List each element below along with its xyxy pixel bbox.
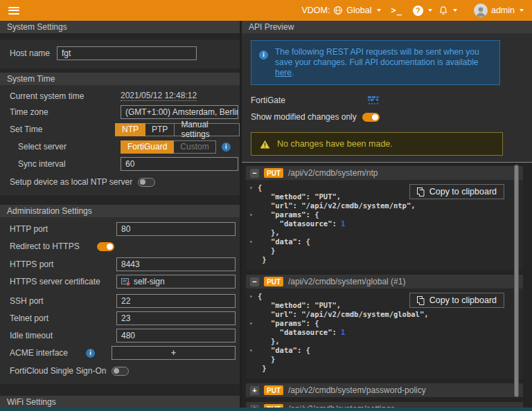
https-port-input[interactable]: [116, 257, 236, 271]
api-docs-link[interactable]: here: [275, 68, 292, 77]
code-line: ▾ "data": {: [249, 237, 517, 246]
api-request-list: − PUT /api/v2/cmdb/system/ntp ▾{ "method…: [244, 166, 525, 411]
request-body: ▾{ "method": "PUT", "url": "/api/v2/cmdb…: [246, 180, 523, 270]
api-path: /api/v2/cmdb/system/password-policy: [288, 385, 426, 395]
request-body: ▾{ "method": "PUT", "url": "/api/v2/cmdb…: [246, 289, 523, 378]
admin-label: admin: [491, 6, 515, 15]
http-method-badge: PUT: [264, 168, 283, 178]
code-line: ▾ "data": {: [249, 346, 517, 355]
redirect-https-label: Redirect to HTTPS: [10, 241, 97, 251]
api-request-header[interactable]: − PUT /api/v2/cmdb/system/ntp: [246, 166, 523, 180]
http-port-input[interactable]: [116, 222, 236, 236]
page-title: System Settings: [0, 21, 240, 33]
sync-interval-input[interactable]: [121, 157, 238, 171]
expand-toggle-icon[interactable]: +: [250, 386, 259, 395]
plus-icon: +: [171, 348, 176, 358]
collapse-arrow-icon[interactable]: ▾: [249, 319, 258, 328]
api-request-section: − PUT /api/v2/cmdb/system/ntp ▾{ "method…: [242, 162, 532, 411]
forticloud-sso-toggle[interactable]: [112, 367, 129, 376]
code-line: },: [249, 228, 517, 237]
redirect-https-toggle[interactable]: [97, 242, 114, 251]
section-header-wifi-settings: WiFi Settings: [0, 396, 240, 408]
api-preview-title: API Preview: [242, 21, 532, 33]
code-line: "datasource": 1: [249, 219, 517, 228]
collapse-arrow-icon[interactable]: ▾: [249, 183, 258, 192]
current-time-value: 2021/05/12 12:48:12: [121, 91, 197, 101]
show-modified-toggle[interactable]: [362, 113, 380, 122]
top-navbar: VDOM: Global >_ ? admin: [0, 0, 532, 21]
code-line: ▾ "params": {: [249, 319, 517, 328]
avatar: [474, 3, 488, 17]
set-time-option-ntp[interactable]: NTP: [115, 123, 145, 136]
vdom-label: VDOM:: [301, 6, 330, 15]
set-time-option-manual[interactable]: Manual settings: [175, 123, 240, 136]
api-request-header[interactable]: − PUT /api/v2/cmdb/system/global (#1): [246, 275, 523, 289]
collapse-arrow-icon[interactable]: ▾: [249, 237, 258, 246]
collapse-arrow-icon[interactable]: ▾: [249, 292, 258, 301]
api-preview-top: i The following REST API requests will b…: [242, 33, 532, 162]
acme-interface-label: ACME interface: [10, 348, 86, 358]
system-settings-panel: System Settings Host name System Time Cu…: [0, 21, 240, 411]
vdom-selector[interactable]: VDOM: Global: [301, 6, 380, 15]
expand-toggle-icon[interactable]: −: [250, 277, 259, 286]
collapse-arrow-icon[interactable]: ▾: [249, 210, 258, 219]
warning-text: No changes have been made.: [277, 139, 393, 149]
https-cert-select[interactable]: self-sign: [116, 275, 236, 289]
show-modified-label: Show modified changes only: [251, 112, 357, 122]
expand-toggle-icon[interactable]: −: [250, 169, 259, 178]
host-name-label: Host name: [10, 48, 57, 58]
ssh-port-input[interactable]: [116, 294, 236, 308]
globe-icon: [333, 6, 343, 15]
select-server-segmented: FortiGuard Custom: [121, 140, 216, 154]
code-line: }: [249, 355, 517, 364]
local-ntp-toggle[interactable]: [138, 178, 155, 187]
code-line: }: [249, 246, 517, 255]
info-icon: i: [259, 51, 268, 60]
code-line: }: [249, 364, 517, 373]
info-icon[interactable]: i: [86, 349, 95, 358]
collapse-arrow-icon[interactable]: ▾: [249, 346, 258, 355]
set-time-segmented: NTP PTP Manual settings: [115, 123, 240, 136]
telnet-port-input[interactable]: [116, 311, 236, 325]
ssh-port-label: SSH port: [10, 296, 116, 306]
host-name-input[interactable]: [57, 46, 197, 60]
select-server-option-fortiguard[interactable]: FortiGuard: [121, 140, 174, 154]
info-message-text: The following REST API requests will be …: [275, 47, 492, 78]
copy-icon: [417, 296, 425, 305]
api-path: /api/v2/cmdb/system/ntp: [288, 168, 378, 178]
admin-settings-card: HTTP port Redirect to HTTPS HTTPS port H…: [0, 217, 240, 384]
set-time-option-ptp[interactable]: PTP: [145, 123, 175, 136]
help-menu[interactable]: ?: [413, 6, 432, 16]
idle-timeout-input[interactable]: [116, 329, 236, 342]
fortigate-device-icon: [367, 95, 380, 105]
copy-to-clipboard-button[interactable]: Copy to clipboard: [409, 293, 504, 308]
cli-console-icon[interactable]: >_: [391, 6, 402, 15]
section-header-system-time: System Time: [0, 73, 240, 85]
chevron-down-icon: [453, 9, 457, 12]
copy-to-clipboard-button[interactable]: Copy to clipboard: [409, 184, 504, 199]
select-server-option-custom[interactable]: Custom: [174, 140, 215, 154]
api-preview-panel: API Preview i The following REST API req…: [242, 21, 532, 411]
telnet-port-label: Telnet port: [10, 313, 116, 323]
set-time-label: Set Time: [10, 125, 115, 134]
code-line: ▾ "params": {: [249, 210, 517, 219]
vertical-scrollbar[interactable]: [514, 165, 519, 397]
admin-menu[interactable]: admin: [474, 3, 524, 17]
notifications-menu[interactable]: [438, 6, 457, 16]
local-ntp-label: Setup device as local NTP server: [10, 177, 132, 187]
code-line: },: [249, 337, 517, 346]
sync-interval-label: Sync interval: [18, 159, 121, 169]
warning-icon: [260, 140, 270, 149]
system-time-card: Current system time 2021/05/12 12:48:12 …: [0, 85, 240, 195]
info-message-box: i The following REST API requests will b…: [251, 40, 500, 85]
http-method-badge: PUT: [264, 385, 283, 395]
time-zone-select[interactable]: (GMT+1:00) Amsterdam, Berlin, Bern, Rome…: [121, 105, 238, 119]
api-request-header[interactable]: + PUT /api/v2/cmdb/system/password-polic…: [246, 383, 523, 397]
acme-interface-add-button[interactable]: +: [112, 346, 236, 360]
code-line: }: [249, 255, 517, 264]
forticloud-sso-label: FortiCloud Single Sign-On: [10, 366, 106, 376]
hamburger-menu-icon[interactable]: [8, 5, 19, 16]
copy-icon: [417, 188, 425, 197]
info-icon[interactable]: i: [222, 143, 231, 152]
chevron-down-icon: [377, 9, 381, 12]
